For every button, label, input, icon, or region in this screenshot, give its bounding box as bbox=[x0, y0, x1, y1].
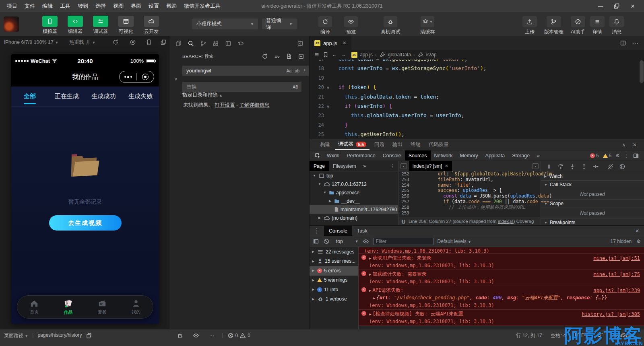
menu-item[interactable]: 工具 bbox=[56, 2, 74, 10]
preserve-case-icon[interactable]: AB bbox=[291, 84, 299, 90]
menu-item[interactable]: 项目 bbox=[3, 2, 21, 10]
search-icon[interactable] bbox=[188, 40, 194, 47]
scope-section[interactable]: ▼Scope bbox=[541, 200, 644, 208]
debug-status-icon[interactable] bbox=[177, 332, 183, 339]
tabbar-item-home[interactable]: 首页 bbox=[17, 296, 51, 318]
console-message[interactable]: ✕▶获取用户信息失败: 未登录(env: Windows,mp,1.06.231… bbox=[359, 254, 644, 270]
devtools-tab-Console[interactable]: Console bbox=[379, 150, 405, 161]
console-message[interactable]: ✕▶加载统计失败: 需要登录(env: Windows,mp,1.06.2310… bbox=[359, 270, 644, 286]
status-more-icon[interactable]: ⋯ bbox=[209, 332, 214, 338]
search-input[interactable] bbox=[186, 67, 284, 74]
nav-forward-icon[interactable]: → bbox=[340, 52, 347, 58]
more-tabs-icon[interactable]: » bbox=[533, 150, 543, 161]
panel-tab-调试器[interactable]: 调试器5,5 bbox=[335, 139, 369, 150]
navigator-tab-Page[interactable]: Page bbox=[310, 161, 329, 171]
fold-icon[interactable]: ∨ bbox=[324, 102, 332, 111]
restore-button[interactable] bbox=[609, 0, 625, 12]
panel-tab-构建[interactable]: 构建 bbox=[317, 139, 333, 150]
files-icon[interactable] bbox=[175, 40, 182, 47]
toolbar-action-2[interactable]: 真机调试 bbox=[381, 16, 400, 35]
toolbar-right-action-4[interactable]: 消息 bbox=[609, 16, 624, 35]
copy-path-icon[interactable] bbox=[86, 332, 92, 339]
device-icon[interactable] bbox=[146, 39, 152, 45]
hide-navigator-icon[interactable]: ‹ bbox=[400, 163, 407, 169]
more-tabs-icon[interactable]: » bbox=[360, 163, 369, 169]
menu-item[interactable]: 界面 bbox=[127, 2, 145, 10]
tree-row[interactable]: ▼appservice bbox=[310, 188, 398, 197]
braces-icon[interactable]: {} bbox=[402, 219, 405, 224]
collapse-results-icon[interactable] bbox=[298, 53, 304, 60]
panel-tab-问题[interactable]: 问题 bbox=[371, 139, 388, 150]
tabbar-item-wallet[interactable]: 套餐 bbox=[85, 296, 119, 318]
console-settings-icon[interactable]: ⚙ bbox=[636, 239, 641, 244]
extensions-icon[interactable] bbox=[213, 40, 219, 47]
page-path-value[interactable]: pages/history/history bbox=[37, 332, 82, 338]
menu-item[interactable]: 微信开发者工具 bbox=[180, 2, 224, 10]
step-icon[interactable] bbox=[592, 163, 599, 170]
sources-file-tab[interactable]: index.js? [sm]✕ bbox=[409, 161, 452, 171]
clear-console-icon[interactable] bbox=[323, 238, 330, 245]
warning-count[interactable]: 5 bbox=[603, 153, 612, 159]
whole-word-icon[interactable]: ab bbox=[293, 68, 301, 74]
phone-filter-tab[interactable]: 全部 bbox=[11, 86, 48, 106]
menu-item[interactable]: 设置 bbox=[145, 2, 163, 10]
open-in-editor-icon[interactable] bbox=[286, 53, 292, 60]
minimize-button[interactable]: — bbox=[592, 0, 609, 12]
message-object[interactable]: ▶{url: "/video/check_pending.php", code:… bbox=[369, 294, 641, 302]
devtools-settings-icon[interactable]: ⚙ bbox=[615, 153, 620, 159]
tree-row[interactable]: ▶(no domain) bbox=[310, 214, 398, 222]
step-over-icon[interactable] bbox=[557, 163, 564, 170]
console-message[interactable]: ✕▶[检查待处理视频] 失败: 云端API未配置(env: Windows,mp… bbox=[359, 310, 644, 326]
menu-item[interactable]: 编辑 bbox=[39, 2, 56, 10]
error-count[interactable]: ✕5 bbox=[590, 153, 599, 159]
phone-filter-tab[interactable]: 生成成功 bbox=[85, 86, 122, 106]
toolbar-right-action-0[interactable]: 上传 bbox=[522, 16, 537, 35]
pause-on-exceptions-icon[interactable] bbox=[619, 163, 625, 170]
pause-icon[interactable] bbox=[546, 163, 552, 170]
tree-row[interactable]: ▼127.0.0.1:63712 bbox=[310, 180, 398, 188]
show-next-icon[interactable]: › bbox=[532, 163, 539, 169]
devtools-kebab-icon[interactable]: ⋮ bbox=[624, 153, 629, 159]
hot-reload-toggle[interactable]: 热重载 开 ▼ bbox=[69, 39, 95, 46]
fold-icon[interactable]: ∨ bbox=[324, 83, 332, 93]
dock-side-icon[interactable] bbox=[633, 152, 639, 159]
close-tab-icon[interactable]: ✕ bbox=[343, 40, 347, 46]
devtools-tab-Sources[interactable]: Sources bbox=[405, 150, 431, 161]
preview-status-icon[interactable] bbox=[193, 332, 199, 339]
devtools-tab-Memory[interactable]: Memory bbox=[456, 150, 481, 161]
multi-window-icon[interactable] bbox=[160, 39, 167, 45]
wechat-capsule[interactable] bbox=[119, 71, 154, 83]
source-link[interactable]: mine.js? [sm]:75 bbox=[593, 271, 640, 278]
tree-row[interactable]: ▼top bbox=[310, 171, 398, 180]
refresh-search-icon[interactable] bbox=[262, 53, 268, 60]
menu-item[interactable]: 选择 bbox=[92, 2, 109, 10]
toolbar-mode-0[interactable]: 模拟器 bbox=[39, 16, 61, 35]
console-filter-input[interactable] bbox=[373, 238, 433, 245]
match-case-icon[interactable]: Aa bbox=[285, 68, 293, 74]
tabbar-item-person[interactable]: 我的 bbox=[119, 296, 153, 318]
breadcrumb-item[interactable]: isVip bbox=[426, 52, 437, 58]
devtools-tab-Network[interactable]: Network bbox=[431, 150, 456, 161]
source-link[interactable]: history.js? [sm]:385 bbox=[582, 311, 640, 318]
close-tab-icon[interactable]: ✕ bbox=[445, 164, 448, 168]
devtools-tab-AppData[interactable]: AppData bbox=[482, 150, 509, 161]
source-control-icon[interactable] bbox=[200, 40, 206, 47]
deactivate-breakpoints-icon[interactable] bbox=[607, 163, 614, 170]
bookmark-icon[interactable] bbox=[322, 51, 329, 58]
console-message[interactable]: ✕▶API请求失败:▶{url: "/video/check_pending.p… bbox=[359, 286, 644, 310]
toolbar-action-0[interactable]: 编译 bbox=[318, 16, 332, 35]
levels-dropdown[interactable]: Default levels ▼ bbox=[438, 239, 471, 244]
cursor-position[interactable]: 行 12, 列 17 bbox=[516, 332, 542, 339]
toolbar-mode-4[interactable]: 云开发 bbox=[140, 16, 163, 35]
console-filter-row[interactable]: ▶✕5 errors bbox=[310, 266, 358, 276]
navigator-tab-Filesystem[interactable]: Filesystem bbox=[329, 161, 360, 171]
phone-filter-tab[interactable]: 正在生成 bbox=[48, 86, 85, 106]
console-message[interactable]: (env: Windows,mp,1.06.2310071; lib: 3.10… bbox=[359, 247, 644, 254]
project-avatar[interactable] bbox=[4, 16, 19, 32]
console-tab-Console[interactable]: Console bbox=[324, 226, 352, 236]
close-button[interactable]: ✕ bbox=[625, 0, 641, 12]
stop-icon[interactable] bbox=[130, 39, 136, 45]
toolbar-right-action-1[interactable]: 版本管理 bbox=[544, 16, 564, 35]
learn-more-link[interactable]: 了解详细信息 bbox=[239, 102, 270, 108]
source-link[interactable]: app.js? [sm]:239 bbox=[593, 287, 640, 294]
